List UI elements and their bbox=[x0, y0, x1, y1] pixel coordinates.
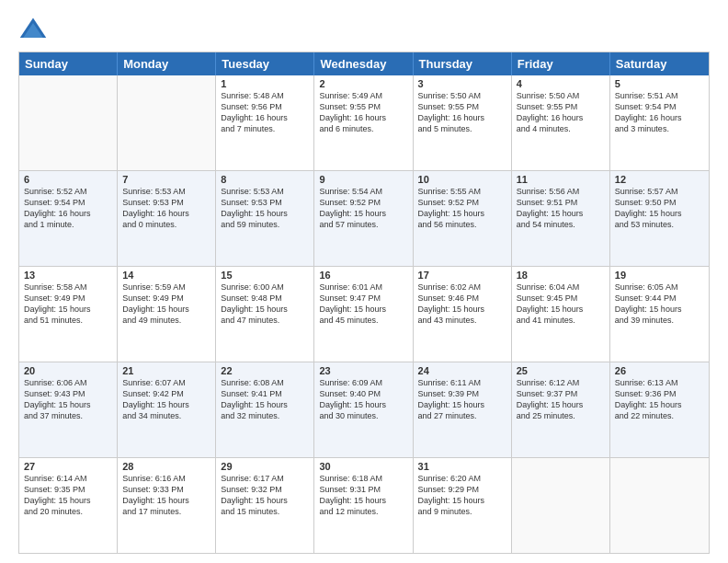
day-cell-4: 4Sunrise: 5:50 AMSunset: 9:55 PMDaylight… bbox=[512, 75, 610, 170]
day-info: Sunrise: 6:20 AMSunset: 9:29 PMDaylight:… bbox=[418, 473, 506, 518]
day-number: 13 bbox=[24, 270, 112, 281]
day-cell-6: 6Sunrise: 5:52 AMSunset: 9:54 PMDaylight… bbox=[19, 171, 118, 266]
day-number: 26 bbox=[615, 365, 704, 376]
day-cell-12: 12Sunrise: 5:57 AMSunset: 9:50 PMDayligh… bbox=[610, 171, 709, 266]
day-cell-17: 17Sunrise: 6:02 AMSunset: 9:46 PMDayligh… bbox=[414, 267, 512, 362]
calendar-header: SundayMondayTuesdayWednesdayThursdayFrid… bbox=[19, 52, 709, 75]
day-info: Sunrise: 5:54 AMSunset: 9:52 PMDaylight:… bbox=[319, 186, 407, 231]
day-cell-3: 3Sunrise: 5:50 AMSunset: 9:55 PMDaylight… bbox=[414, 75, 512, 170]
empty-cell bbox=[118, 75, 216, 170]
day-number: 23 bbox=[319, 365, 407, 376]
day-number: 2 bbox=[319, 78, 407, 89]
day-number: 6 bbox=[24, 174, 112, 185]
empty-cell bbox=[19, 75, 118, 170]
day-number: 25 bbox=[517, 365, 605, 376]
day-cell-5: 5Sunrise: 5:51 AMSunset: 9:54 PMDaylight… bbox=[610, 75, 709, 170]
day-cell-31: 31Sunrise: 6:20 AMSunset: 9:29 PMDayligh… bbox=[414, 458, 512, 553]
day-number: 29 bbox=[221, 461, 309, 472]
header-day-sunday: Sunday bbox=[19, 52, 118, 75]
day-info: Sunrise: 6:11 AMSunset: 9:39 PMDaylight:… bbox=[418, 377, 506, 422]
day-cell-15: 15Sunrise: 6:00 AMSunset: 9:48 PMDayligh… bbox=[216, 267, 314, 362]
calendar: SundayMondayTuesdayWednesdayThursdayFrid… bbox=[18, 52, 710, 554]
day-number: 22 bbox=[221, 365, 309, 376]
calendar-week-2: 6Sunrise: 5:52 AMSunset: 9:54 PMDaylight… bbox=[19, 171, 709, 267]
day-cell-28: 28Sunrise: 6:16 AMSunset: 9:33 PMDayligh… bbox=[118, 458, 216, 553]
day-info: Sunrise: 5:59 AMSunset: 9:49 PMDaylight:… bbox=[122, 282, 210, 327]
day-cell-18: 18Sunrise: 6:04 AMSunset: 9:45 PMDayligh… bbox=[512, 267, 610, 362]
day-cell-11: 11Sunrise: 5:56 AMSunset: 9:51 PMDayligh… bbox=[512, 171, 610, 266]
day-info: Sunrise: 5:57 AMSunset: 9:50 PMDaylight:… bbox=[615, 186, 704, 231]
day-number: 10 bbox=[418, 174, 506, 185]
header-day-wednesday: Wednesday bbox=[314, 52, 413, 75]
day-number: 18 bbox=[517, 270, 605, 281]
day-info: Sunrise: 5:55 AMSunset: 9:52 PMDaylight:… bbox=[418, 186, 506, 231]
day-number: 27 bbox=[24, 461, 112, 472]
day-info: Sunrise: 6:18 AMSunset: 9:31 PMDaylight:… bbox=[319, 473, 407, 518]
day-number: 21 bbox=[122, 365, 210, 376]
day-info: Sunrise: 6:05 AMSunset: 9:44 PMDaylight:… bbox=[615, 282, 704, 327]
empty-cell bbox=[610, 458, 709, 553]
day-info: Sunrise: 5:48 AMSunset: 9:56 PMDaylight:… bbox=[221, 90, 309, 135]
day-info: Sunrise: 6:12 AMSunset: 9:37 PMDaylight:… bbox=[517, 377, 605, 422]
day-cell-19: 19Sunrise: 6:05 AMSunset: 9:44 PMDayligh… bbox=[610, 267, 709, 362]
day-number: 8 bbox=[221, 174, 309, 185]
day-cell-29: 29Sunrise: 6:17 AMSunset: 9:32 PMDayligh… bbox=[216, 458, 314, 553]
header bbox=[18, 15, 710, 44]
day-info: Sunrise: 6:00 AMSunset: 9:48 PMDaylight:… bbox=[221, 282, 309, 327]
header-day-monday: Monday bbox=[118, 52, 216, 75]
day-info: Sunrise: 5:58 AMSunset: 9:49 PMDaylight:… bbox=[24, 282, 112, 327]
calendar-week-5: 27Sunrise: 6:14 AMSunset: 9:35 PMDayligh… bbox=[19, 458, 709, 553]
day-number: 4 bbox=[517, 78, 605, 89]
day-info: Sunrise: 5:52 AMSunset: 9:54 PMDaylight:… bbox=[24, 186, 112, 231]
calendar-body: 1Sunrise: 5:48 AMSunset: 9:56 PMDaylight… bbox=[19, 75, 709, 553]
day-info: Sunrise: 6:16 AMSunset: 9:33 PMDaylight:… bbox=[122, 473, 210, 518]
empty-cell bbox=[512, 458, 610, 553]
day-info: Sunrise: 6:07 AMSunset: 9:42 PMDaylight:… bbox=[122, 377, 210, 422]
day-cell-26: 26Sunrise: 6:13 AMSunset: 9:36 PMDayligh… bbox=[610, 362, 709, 457]
day-info: Sunrise: 6:02 AMSunset: 9:46 PMDaylight:… bbox=[418, 282, 506, 327]
logo bbox=[18, 15, 51, 44]
day-number: 24 bbox=[418, 365, 506, 376]
day-info: Sunrise: 6:09 AMSunset: 9:40 PMDaylight:… bbox=[319, 377, 407, 422]
calendar-week-4: 20Sunrise: 6:06 AMSunset: 9:43 PMDayligh… bbox=[19, 362, 709, 458]
day-number: 7 bbox=[122, 174, 210, 185]
page: SundayMondayTuesdayWednesdayThursdayFrid… bbox=[0, 0, 728, 563]
header-day-saturday: Saturday bbox=[610, 52, 709, 75]
day-number: 9 bbox=[319, 174, 407, 185]
day-info: Sunrise: 6:17 AMSunset: 9:32 PMDaylight:… bbox=[221, 473, 309, 518]
day-info: Sunrise: 6:01 AMSunset: 9:47 PMDaylight:… bbox=[319, 282, 407, 327]
day-info: Sunrise: 6:08 AMSunset: 9:41 PMDaylight:… bbox=[221, 377, 309, 422]
day-cell-16: 16Sunrise: 6:01 AMSunset: 9:47 PMDayligh… bbox=[314, 267, 413, 362]
day-info: Sunrise: 6:06 AMSunset: 9:43 PMDaylight:… bbox=[24, 377, 112, 422]
day-cell-10: 10Sunrise: 5:55 AMSunset: 9:52 PMDayligh… bbox=[414, 171, 512, 266]
day-number: 19 bbox=[615, 270, 704, 281]
day-info: Sunrise: 6:14 AMSunset: 9:35 PMDaylight:… bbox=[24, 473, 112, 518]
header-day-thursday: Thursday bbox=[414, 52, 512, 75]
day-cell-14: 14Sunrise: 5:59 AMSunset: 9:49 PMDayligh… bbox=[118, 267, 216, 362]
day-info: Sunrise: 6:04 AMSunset: 9:45 PMDaylight:… bbox=[517, 282, 605, 327]
day-cell-24: 24Sunrise: 6:11 AMSunset: 9:39 PMDayligh… bbox=[414, 362, 512, 457]
day-cell-2: 2Sunrise: 5:49 AMSunset: 9:55 PMDaylight… bbox=[314, 75, 413, 170]
day-number: 16 bbox=[319, 270, 407, 281]
day-cell-13: 13Sunrise: 5:58 AMSunset: 9:49 PMDayligh… bbox=[19, 267, 118, 362]
day-number: 3 bbox=[418, 78, 506, 89]
header-day-tuesday: Tuesday bbox=[216, 52, 314, 75]
day-cell-23: 23Sunrise: 6:09 AMSunset: 9:40 PMDayligh… bbox=[314, 362, 413, 457]
day-cell-27: 27Sunrise: 6:14 AMSunset: 9:35 PMDayligh… bbox=[19, 458, 118, 553]
day-info: Sunrise: 5:50 AMSunset: 9:55 PMDaylight:… bbox=[418, 90, 506, 135]
day-info: Sunrise: 6:13 AMSunset: 9:36 PMDaylight:… bbox=[615, 377, 704, 422]
calendar-week-3: 13Sunrise: 5:58 AMSunset: 9:49 PMDayligh… bbox=[19, 267, 709, 362]
day-number: 28 bbox=[122, 461, 210, 472]
day-number: 20 bbox=[24, 365, 112, 376]
day-number: 5 bbox=[615, 78, 704, 89]
day-info: Sunrise: 5:49 AMSunset: 9:55 PMDaylight:… bbox=[319, 90, 407, 135]
day-cell-1: 1Sunrise: 5:48 AMSunset: 9:56 PMDaylight… bbox=[216, 75, 314, 170]
day-number: 30 bbox=[319, 461, 407, 472]
day-info: Sunrise: 5:53 AMSunset: 9:53 PMDaylight:… bbox=[122, 186, 210, 231]
day-info: Sunrise: 5:53 AMSunset: 9:53 PMDaylight:… bbox=[221, 186, 309, 231]
day-number: 14 bbox=[122, 270, 210, 281]
day-cell-8: 8Sunrise: 5:53 AMSunset: 9:53 PMDaylight… bbox=[216, 171, 314, 266]
day-info: Sunrise: 5:50 AMSunset: 9:55 PMDaylight:… bbox=[517, 90, 605, 135]
calendar-week-1: 1Sunrise: 5:48 AMSunset: 9:56 PMDaylight… bbox=[19, 75, 709, 171]
day-number: 12 bbox=[615, 174, 704, 185]
